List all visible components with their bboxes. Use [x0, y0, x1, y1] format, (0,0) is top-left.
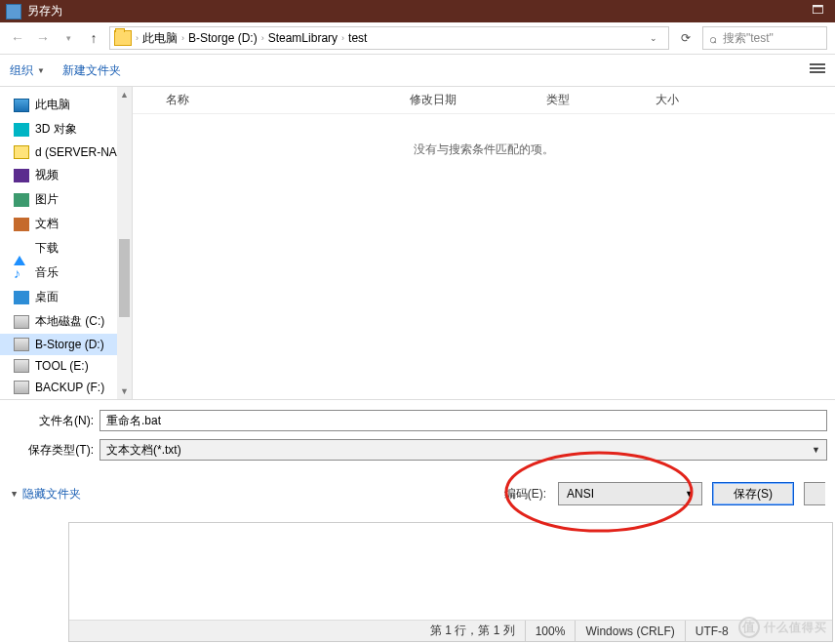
breadcrumb[interactable]: B-Storge (D:) [188, 31, 258, 45]
up-button[interactable]: ↑ [84, 28, 103, 48]
tree-item-label: BACKUP (F:) [35, 381, 104, 394]
dl-icon [14, 242, 29, 256]
organize-button[interactable]: 组织 ▼ [10, 62, 45, 79]
address-bar: ← → ▾ ↑ › 此电脑 › B-Storge (D:) › SteamLib… [0, 22, 835, 55]
chevron-right-icon: › [136, 33, 139, 43]
refresh-button[interactable]: ⟳ [675, 28, 696, 48]
tree-item[interactable]: d (SERVER-NAS [0, 141, 132, 163]
pc-icon [14, 99, 29, 112]
view-options-button[interactable] [810, 63, 825, 77]
encoding-label: 编码(E): [504, 486, 546, 503]
save-button[interactable]: 保存(S) [712, 482, 794, 505]
search-icon: ⌕ [709, 31, 717, 46]
tree-item-label: 文档 [35, 216, 59, 232]
status-encoding: UTF-8 [685, 621, 738, 641]
nav-tree[interactable]: 此电脑3D 对象d (SERVER-NAS视频图片文档下载♪音乐桌面本地磁盘 (… [0, 87, 133, 399]
tree-item-label: B-Storge (D:) [35, 338, 104, 351]
title-bar: 另存为 🗖 [0, 0, 835, 22]
tree-item-label: 下载 [35, 240, 59, 257]
col-name[interactable]: 名称 [158, 92, 402, 108]
breadcrumb-bar[interactable]: › 此电脑 › B-Storge (D:) › SteamLibrary › t… [109, 26, 669, 50]
save-fields: 文件名(N): 保存类型(T): 文本文档(*.txt) ▼ [0, 399, 835, 474]
col-type[interactable]: 类型 [538, 92, 648, 108]
tree-item[interactable]: TOOL (E:) [0, 355, 132, 377]
tree-item[interactable]: 此电脑 [0, 93, 132, 117]
recent-dropdown[interactable]: ▾ [59, 28, 78, 48]
notepad-textarea[interactable] [69, 523, 832, 620]
scroll-down-icon[interactable]: ▼ [117, 383, 132, 399]
maximize-icon[interactable]: 🗖 [812, 3, 829, 20]
tree-item-label: 此电脑 [35, 97, 70, 113]
tree-item[interactable]: BACKUP (F:) [0, 377, 132, 398]
status-pos: 第 1 行，第 1 列 [420, 621, 525, 641]
back-button[interactable]: ← [8, 28, 27, 48]
cancel-button-partial[interactable] [804, 482, 825, 505]
window-title: 另存为 [27, 3, 808, 20]
scrollbar[interactable]: ▲ ▼ [117, 87, 132, 399]
search-placeholder: 搜索"test" [723, 30, 774, 47]
explorer-body: 此电脑3D 对象d (SERVER-NAS视频图片文档下载♪音乐桌面本地磁盘 (… [0, 87, 835, 399]
new-folder-button[interactable]: 新建文件夹 [62, 62, 121, 79]
tree-item-label: 桌面 [35, 289, 59, 305]
save-type-combo[interactable]: 文本文档(*.txt) ▼ [99, 439, 827, 461]
tree-item[interactable]: B-Storge (D:) [0, 334, 132, 355]
tree-item-label: 视频 [35, 167, 59, 183]
chevron-down-icon: ▼ [685, 489, 694, 499]
filename-label: 文件名(N): [0, 413, 99, 429]
encoding-combo[interactable]: ANSI ▼ [558, 482, 702, 505]
column-headers[interactable]: 名称 修改日期 类型 大小 [133, 87, 835, 114]
tree-item[interactable]: 下载 [0, 236, 132, 261]
tree-item[interactable]: 视频 [0, 163, 132, 187]
status-zoom: 100% [525, 621, 576, 641]
notepad-statusbar: 第 1 行，第 1 列 100% Windows (CRLF) UTF-8 [69, 620, 832, 641]
filename-input[interactable] [99, 410, 827, 431]
music-icon: ♪ [14, 266, 29, 280]
file-list[interactable]: 名称 修改日期 类型 大小 没有与搜索条件匹配的项。 [133, 87, 835, 399]
chevron-right-icon: › [181, 33, 184, 43]
nas-icon [14, 145, 29, 159]
desk-icon [14, 291, 29, 304]
tree-item-label: 3D 对象 [35, 121, 77, 138]
chevron-down-icon: ▼ [37, 66, 45, 75]
tree-item[interactable]: 3D 对象 [0, 117, 132, 141]
breadcrumb[interactable]: test [348, 31, 367, 45]
hide-folders-link[interactable]: ▲ 隐藏文件夹 [10, 486, 81, 503]
scroll-up-icon[interactable]: ▲ [117, 87, 132, 102]
pic-icon [14, 193, 29, 207]
col-size[interactable]: 大小 [648, 92, 726, 108]
col-modified[interactable]: 修改日期 [402, 92, 538, 108]
tree-item-label: 音乐 [35, 264, 59, 281]
tree-item[interactable]: 本地磁盘 (C:) [0, 309, 132, 334]
tree-item-label: 图片 [35, 191, 59, 208]
folder-icon [114, 30, 132, 46]
save-type-label: 保存类型(T): [0, 442, 99, 459]
dialog-footer: ▲ 隐藏文件夹 编码(E): ANSI ▼ 保存(S) [0, 474, 835, 515]
toolbar: 组织 ▼ 新建文件夹 [0, 55, 835, 87]
tree-item[interactable]: 文档 [0, 212, 132, 236]
forward-button: → [33, 28, 53, 48]
disk-icon [14, 381, 29, 394]
3d-icon [14, 123, 29, 137]
search-input[interactable]: ⌕ 搜索"test" [702, 26, 827, 50]
disk-icon [14, 338, 29, 351]
breadcrumb[interactable]: SteamLibrary [268, 31, 338, 45]
address-dropdown[interactable]: ⌄ [643, 28, 664, 48]
window-icon [6, 4, 21, 20]
doc-icon [14, 218, 29, 231]
disk-icon [14, 359, 29, 373]
chevron-down-icon: ▼ [812, 445, 820, 455]
watermark: 值什么值得买 [738, 616, 827, 638]
breadcrumb[interactable]: 此电脑 [142, 30, 178, 47]
tree-item[interactable]: 桌面 [0, 285, 132, 309]
tree-item[interactable]: 图片 [0, 187, 132, 212]
notepad-window: 第 1 行，第 1 列 100% Windows (CRLF) UTF-8 [68, 522, 833, 642]
status-eol: Windows (CRLF) [575, 621, 684, 641]
disk-icon [14, 315, 29, 329]
scroll-thumb[interactable] [119, 239, 130, 317]
chevron-up-icon: ▲ [10, 490, 19, 500]
tree-item-label: 本地磁盘 (C:) [35, 313, 104, 330]
tree-item-label: TOOL (E:) [35, 359, 89, 373]
tree-item-label: d (SERVER-NAS [35, 145, 125, 159]
chevron-right-icon: › [341, 33, 344, 43]
video-icon [14, 169, 29, 182]
